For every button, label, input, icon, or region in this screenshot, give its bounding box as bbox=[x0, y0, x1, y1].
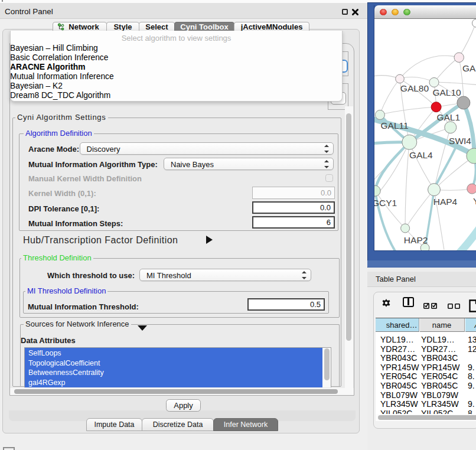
svg-text:SWI4: SWI4 bbox=[449, 136, 471, 146]
svg-text:GAL80: GAL80 bbox=[400, 83, 429, 93]
svg-text:GAL10: GAL10 bbox=[432, 87, 461, 97]
svg-text:GAL: GAL bbox=[462, 63, 476, 73]
svg-text:Y: Y bbox=[473, 196, 476, 206]
svg-text:GAL1: GAL1 bbox=[436, 112, 460, 122]
svg-text:HAP4: HAP4 bbox=[433, 197, 458, 207]
svg-text:HAP2: HAP2 bbox=[404, 235, 428, 245]
svg-text:GCY1: GCY1 bbox=[374, 198, 397, 208]
svg-text:GAL11: GAL11 bbox=[381, 120, 409, 131]
svg-text:GAL4: GAL4 bbox=[409, 150, 433, 160]
